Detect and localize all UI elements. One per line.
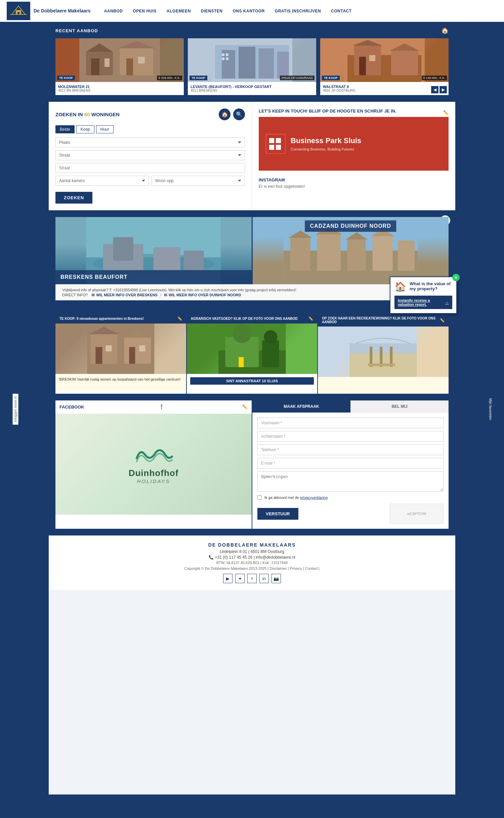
- privacy-checkbox[interactable]: [257, 495, 262, 500]
- keep-in-touch: LET'S KEEP IN TOUCH! BLIJF OP DE HOOGTE …: [259, 109, 449, 171]
- nav-aanbod[interactable]: AANBOD: [104, 9, 123, 13]
- col-edit-1[interactable]: ✏️: [177, 316, 182, 321]
- duinhof-link[interactable]: IK WIL MEER INFO OVER DUINHOF NOORD: [164, 293, 241, 297]
- svg-rect-9: [120, 48, 153, 75]
- instagram-text: Er is een fout opgetreden!: [259, 184, 449, 189]
- straat-select[interactable]: Straat: [55, 150, 245, 160]
- side-left-label[interactable]: Inloggen move.nl: [13, 393, 18, 424]
- opmerkingen-field[interactable]: [257, 471, 444, 491]
- property-card-1[interactable]: TE KOOP € 329.000,- K.K. MOLENWATER 21 4…: [55, 38, 184, 95]
- plaats-select[interactable]: Plaats: [55, 137, 245, 147]
- col-caption-2: SINT ANNASTRAAT 10 SLUIS: [187, 374, 318, 391]
- breskens-label: BRESKENS BEAUFORT: [55, 270, 252, 284]
- breskens-link[interactable]: IK WIL MEER INFO OVER BRESKENS: [91, 293, 158, 297]
- recent-aanbod-section: RECENT AANBOD 🏠: [49, 22, 455, 102]
- col-header-1: TE KOOP: 9 nieuwbouw appartementen in Br…: [55, 314, 186, 324]
- next-arrow[interactable]: ▶: [439, 86, 447, 93]
- property-img-1: TE KOOP € 329.000,- K.K.: [55, 38, 184, 82]
- business-park-banner[interactable]: Business Park Sluis Connecting Business,…: [259, 117, 449, 171]
- valuation-link[interactable]: Instantly receive a valuation report. →: [394, 296, 452, 309]
- svg-rect-21: [222, 57, 224, 60]
- svg-rect-76: [368, 363, 395, 366]
- tab-koop[interactable]: Koop: [76, 125, 94, 133]
- svg-rect-18: [277, 52, 289, 79]
- svg-rect-28: [369, 55, 375, 61]
- svg-rect-42: [184, 251, 204, 271]
- edit-icon-keep[interactable]: ✏️: [443, 110, 449, 115]
- prop-badge-2: TE KOOP: [190, 76, 207, 80]
- svg-point-68: [264, 330, 277, 344]
- contact-form-panel: MAAK AFSPRAAK BEL MIJ Ik ga akkoord met …: [252, 400, 449, 529]
- verstuur-button[interactable]: VERSTUUR: [257, 508, 298, 520]
- prop-street-3: WALSTRAAT 8: [323, 85, 446, 89]
- col-img-3[interactable]: [318, 327, 449, 377]
- bp-name: Business Park Sluis: [291, 136, 361, 145]
- svg-rect-17: [259, 48, 274, 79]
- valuation-close[interactable]: ×: [452, 274, 460, 281]
- prop-price-3: € 139.000,- K.K.: [422, 76, 447, 80]
- nav-contact[interactable]: CONTACT: [331, 9, 351, 13]
- kamers-select[interactable]: Aantal kamers: [55, 176, 149, 186]
- featured-breskens[interactable]: BRESKENS BEAUFORT: [55, 217, 252, 284]
- nav-gratis-inschrijven[interactable]: GRATIS INSCHRIJVEN: [275, 9, 321, 13]
- map-icon-btn[interactable]: 🏠: [219, 109, 230, 120]
- tab-afspraak[interactable]: MAAK AFSPRAAK: [252, 400, 350, 413]
- carousel-nav: ◀ ▶: [431, 86, 447, 93]
- col-edit-3[interactable]: ✏️: [440, 318, 445, 322]
- main-nav: AANBOD OPEN HUIS ALGEMEEN DIENSTEN ONS K…: [104, 9, 497, 13]
- search-tabs: Beide Koop Huur: [55, 125, 245, 133]
- voornaam-field[interactable]: [257, 418, 444, 428]
- straat-input[interactable]: [55, 163, 245, 173]
- telefoon-field[interactable]: [257, 444, 444, 455]
- prev-arrow[interactable]: ◀: [431, 86, 438, 93]
- svg-rect-32: [269, 138, 274, 143]
- svg-rect-12: [138, 57, 145, 63]
- tab-bel-mij[interactable]: BEL MIJ: [350, 400, 449, 413]
- prop-info-2: LEVANTE (BEAUFORT) - VERKOOP GESTART 451…: [188, 82, 316, 95]
- svg-rect-20: [226, 53, 228, 56]
- zoeken-button[interactable]: ZOEKEN: [55, 192, 92, 204]
- side-right-label[interactable]: Mijn favorieten: [488, 395, 493, 423]
- email-field[interactable]: [257, 458, 444, 469]
- svg-rect-41: [154, 247, 180, 271]
- svg-rect-25: [354, 45, 381, 75]
- duinhof-wave-icon: [129, 445, 179, 468]
- property-card-3[interactable]: TE KOOP € 139.000,- K.K. WALSTRAAT 8 450…: [320, 38, 449, 95]
- woon-select[interactable]: Woon opp.: [152, 176, 245, 186]
- svg-rect-72: [350, 343, 417, 353]
- featured-cadzand[interactable]: CADZAND DUINHOF NOORD: [253, 217, 449, 284]
- right-panel: LET'S KEEP IN TOUCH! BLIJF OP DE HOOGTE …: [252, 102, 455, 210]
- nav-diensten[interactable]: DIENSTEN: [201, 9, 223, 13]
- social-twitter[interactable]: ✦: [235, 574, 245, 583]
- privacy-link[interactable]: privacyverklaring: [300, 496, 328, 500]
- svg-rect-40: [113, 237, 133, 261]
- captcha-box[interactable]: reCAPTCHA: [390, 504, 444, 524]
- search-icon-btn[interactable]: 🔍: [233, 109, 245, 120]
- property-card-2[interactable]: TE KOOP PRIJS OP AANVRAAG LEVANTE (BEAUF…: [188, 38, 316, 95]
- svg-rect-33: [269, 145, 274, 150]
- tab-huur[interactable]: Huur: [96, 125, 114, 133]
- fb-image[interactable]: Duinhofhof HOLIDAYS: [55, 414, 252, 515]
- col-img-2[interactable]: [187, 324, 318, 374]
- fb-edit-icon[interactable]: ✏️: [242, 404, 248, 410]
- achternaam-field[interactable]: [257, 431, 444, 442]
- recent-title-bar: RECENT AANBOD 🏠: [55, 27, 449, 34]
- privacy-check: Ik ga akkoord met de privacyverklaring: [257, 495, 444, 500]
- logo-area[interactable]: De Dobbelaere Makelaars: [7, 2, 91, 20]
- search-header: ZOEKEN IN 80 WONINGEN 🏠 🔍: [55, 109, 245, 120]
- prop-info-1: MOLENWATER 21 4511 BN BRESKENS: [55, 82, 184, 95]
- nav-open-huis[interactable]: OPEN HUIS: [133, 9, 157, 13]
- three-col-section: TE KOOP: 9 nieuwbouw appartementen in Br…: [49, 307, 455, 400]
- col-caption-1: 'BRESKIN' heerlijk rustig wonen op loopa…: [55, 374, 186, 391]
- social-linkedin[interactable]: in: [259, 574, 269, 583]
- social-instagram[interactable]: 📷: [271, 574, 281, 583]
- tab-beide[interactable]: Beide: [55, 125, 75, 133]
- social-youtube[interactable]: ▶: [223, 574, 233, 583]
- social-facebook[interactable]: f: [247, 574, 257, 583]
- svg-rect-51: [372, 235, 392, 271]
- form-tabs: MAAK AFSPRAAK BEL MIJ: [252, 400, 449, 413]
- col-edit-2[interactable]: ✏️: [308, 316, 313, 321]
- nav-algemeen[interactable]: ALGEMEEN: [167, 9, 191, 13]
- col-img-1[interactable]: [55, 324, 186, 374]
- nav-ons-kantoor[interactable]: ONS KANTOOR: [233, 9, 265, 13]
